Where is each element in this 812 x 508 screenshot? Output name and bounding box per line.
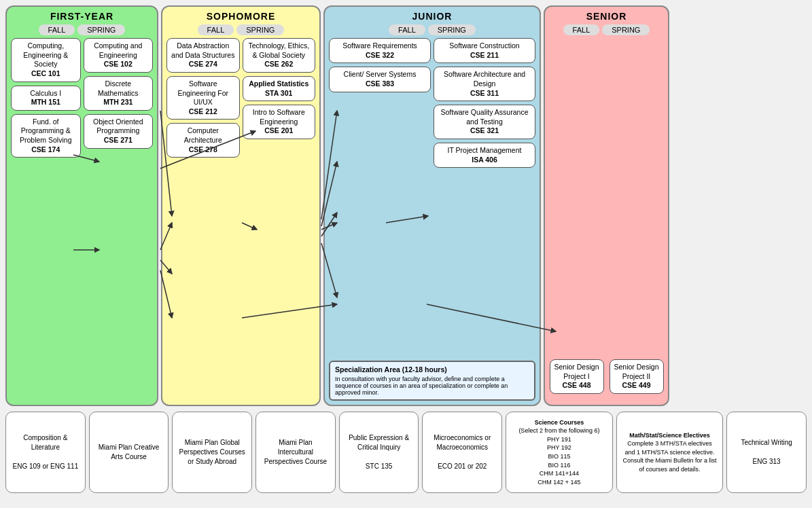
elective-eco: Microeconomics or MacroeconomicsECO 201 … xyxy=(422,412,502,493)
senior-design-row: Senior Design Project I CSE 448 Senior D… xyxy=(550,359,664,394)
junior-fall-col: Software Requirements CSE 322 Client/ Se… xyxy=(329,38,431,358)
senior-courses: Senior Design Project I CSE 448 Senior D… xyxy=(549,38,664,401)
course-isa406-id: ISA 406 xyxy=(472,156,497,164)
sophomore-col: SOPHOMORE FALL SPRING Data Abstraction a… xyxy=(161,5,321,406)
course-cse449-id: CSE 449 xyxy=(622,381,650,389)
course-cse278-name: Computer Architecture xyxy=(184,126,222,144)
sophomore-fall-label: FALL xyxy=(198,24,234,35)
first-year-title: FIRST-YEAR xyxy=(11,11,153,22)
first-year-spring-col: Computing and Engineering CSE 102 Discre… xyxy=(84,38,154,401)
course-cse311-id: CSE 311 xyxy=(470,89,499,97)
elective-global-text: Miami Plan Global Perspectives Courses o… xyxy=(178,438,246,467)
specialization-box: Specialization Area (12-18 hours) In con… xyxy=(329,361,535,401)
junior-courses: Software Requirements CSE 322 Client/ Se… xyxy=(329,38,535,358)
elective-eng313: Technical WritingENG 313 xyxy=(726,412,807,493)
first-year-fall-label: FALL xyxy=(39,24,75,35)
course-mth231: Discrete Mathematics MTH 231 xyxy=(84,76,154,111)
sophomore-spring-label: SPRING xyxy=(236,24,284,35)
course-mth231-name: Discrete Mathematics xyxy=(98,79,139,97)
course-sta301-id: STA 301 xyxy=(265,89,292,97)
first-year-spring-label: SPRING xyxy=(77,24,125,35)
sophomore-title: SOPHOMORE xyxy=(166,11,315,22)
elective-eng313-text: Technical WritingENG 313 xyxy=(741,438,792,467)
course-cse102: Computing and Engineering CSE 102 xyxy=(84,38,154,73)
course-mth231-id: MTH 231 xyxy=(103,98,133,106)
course-cec101-id: CEC 101 xyxy=(31,69,60,77)
course-cse102-name: Computing and Engineering xyxy=(94,41,142,59)
course-sta301-name: Applied Statistics xyxy=(249,79,308,88)
sophomore-spring-col: Technology, Ethics, & Global Society CSE… xyxy=(243,38,316,401)
course-isa406: IT Project Management ISA 406 xyxy=(434,143,535,168)
junior-spring-col: Software Construction CSE 211 Software A… xyxy=(434,38,535,358)
course-cse448-id: CSE 448 xyxy=(562,381,590,389)
course-cse201: Intro to Software Engineering CSE 201 xyxy=(243,105,316,139)
course-cse102-id: CSE 102 xyxy=(104,60,133,68)
elective-stc135: Public Expression & Critical InquirySTC … xyxy=(339,412,419,493)
course-mth151-id: MTH 151 xyxy=(31,98,60,106)
course-cec101: Computing, Engineering & Society CEC 101 xyxy=(11,38,81,82)
senior-fall-label: FALL xyxy=(563,24,600,35)
course-cse174-id: CSE 174 xyxy=(31,145,60,153)
course-cse278: Computer Architecture CSE 278 xyxy=(166,123,240,158)
spec-desc: In consultation with your faculty adviso… xyxy=(335,376,529,396)
course-mth151-name: Calculus I xyxy=(30,89,61,97)
course-cse449-name: Senior Design Project II xyxy=(614,363,659,380)
elective-eng109: Composition & LiteratureENG 109 or ENG 1… xyxy=(5,412,86,493)
course-cse311: Software Architecture and Design CSE 311 xyxy=(434,67,535,101)
elective-math-stat-text: Math/Stat/Science ElectivesComplete 3 MT… xyxy=(622,431,718,474)
course-cse212-id: CSE 212 xyxy=(189,107,217,115)
course-sta301: Applied Statistics STA 301 xyxy=(243,76,316,101)
course-cse383: Client/ Server Systems CSE 383 xyxy=(329,67,431,92)
junior-title: JUNIOR xyxy=(329,11,535,22)
course-cse262: Technology, Ethics, & Global Society CSE… xyxy=(243,38,316,73)
curriculum-area: FIRST-YEAR FALL SPRING Computing, Engine… xyxy=(5,5,807,406)
elective-math-stat: Math/Stat/Science ElectivesComplete 3 MT… xyxy=(616,412,724,493)
junior-spring-label: SPRING xyxy=(428,24,476,35)
course-cse271: Object Oriented Programming CSE 271 xyxy=(84,114,154,149)
course-cse322: Software Requirements CSE 322 xyxy=(329,38,431,63)
senior-semester-labels: FALL SPRING xyxy=(549,24,664,35)
course-cse201-name: Intro to Software Engineering xyxy=(253,108,305,126)
elective-miami-arts: Miami Plan Creative Arts Course xyxy=(89,412,169,493)
elective-miami-arts-text: Miami Plan Creative Arts Course xyxy=(95,443,163,462)
course-cse262-name: Technology, Ethics, & Global Society xyxy=(248,41,309,59)
elective-stc135-text: Public Expression & Critical InquirySTC … xyxy=(345,433,413,471)
course-cse321-id: CSE 321 xyxy=(470,126,499,134)
course-cse274-name: Data Abstraction and Data Structures xyxy=(171,41,234,59)
elective-global: Miami Plan Global Perspectives Courses o… xyxy=(172,412,252,493)
first-year-semester-labels: FALL SPRING xyxy=(11,24,153,35)
course-cse262-id: CSE 262 xyxy=(264,60,293,68)
course-cse321: Software Quality Assurance and Testing C… xyxy=(434,105,535,139)
curriculum-wrapper: FIRST-YEAR FALL SPRING Computing, Engine… xyxy=(5,5,807,406)
sophomore-semester-labels: FALL SPRING xyxy=(166,24,315,35)
first-year-fall-col: Computing, Engineering & Society CEC 101… xyxy=(11,38,81,401)
course-cse211-name: Software Construction xyxy=(449,41,519,50)
course-mth151: Calculus I MTH 151 xyxy=(11,86,81,111)
course-cse211: Software Construction CSE 211 xyxy=(434,38,535,63)
course-cse311-name: Software Architecture and Design xyxy=(444,70,525,88)
course-cse274: Data Abstraction and Data Structures CSE… xyxy=(166,38,240,73)
course-cse271-name: Object Oriented Programming xyxy=(93,117,143,135)
main-container: FIRST-YEAR FALL SPRING Computing, Engine… xyxy=(0,0,812,498)
course-cse212-name: Software Engineering For UI/UX xyxy=(177,79,228,106)
course-cse211-id: CSE 211 xyxy=(470,51,499,59)
junior-fall-label: FALL xyxy=(389,24,425,35)
elective-intercultural-text: Miami Plan Intercultural Perspectives Co… xyxy=(262,438,330,467)
course-cec101-name: Computing, Engineering & Society xyxy=(23,41,68,68)
senior-spring-label: SPRING xyxy=(602,24,650,35)
senior-col: SENIOR FALL SPRING Senior Design Project… xyxy=(544,5,669,406)
elective-eng109-text: Composition & LiteratureENG 109 or ENG 1… xyxy=(12,433,80,471)
course-cse383-id: CSE 383 xyxy=(366,79,394,88)
course-cse271-id: CSE 271 xyxy=(104,136,133,144)
senior-title: SENIOR xyxy=(549,11,664,22)
elective-intercultural: Miami Plan Intercultural Perspectives Co… xyxy=(255,412,336,493)
electives-row: Composition & LiteratureENG 109 or ENG 1… xyxy=(5,412,807,493)
elective-science: Science Courses(Select 2 from the follow… xyxy=(506,412,613,493)
course-cse321-name: Software Quality Assurance and Testing xyxy=(441,108,529,126)
sophomore-courses: Data Abstraction and Data Structures CSE… xyxy=(166,38,315,401)
elective-eco-text: Microeconomics or MacroeconomicsECO 201 … xyxy=(428,433,496,471)
course-cse383-name: Client/ Server Systems xyxy=(344,70,417,78)
course-cse174: Fund. of Programming & Problem Solving C… xyxy=(11,114,81,158)
course-cse274-id: CSE 274 xyxy=(189,60,217,68)
course-cse449: Senior Design Project II CSE 449 xyxy=(610,359,664,394)
